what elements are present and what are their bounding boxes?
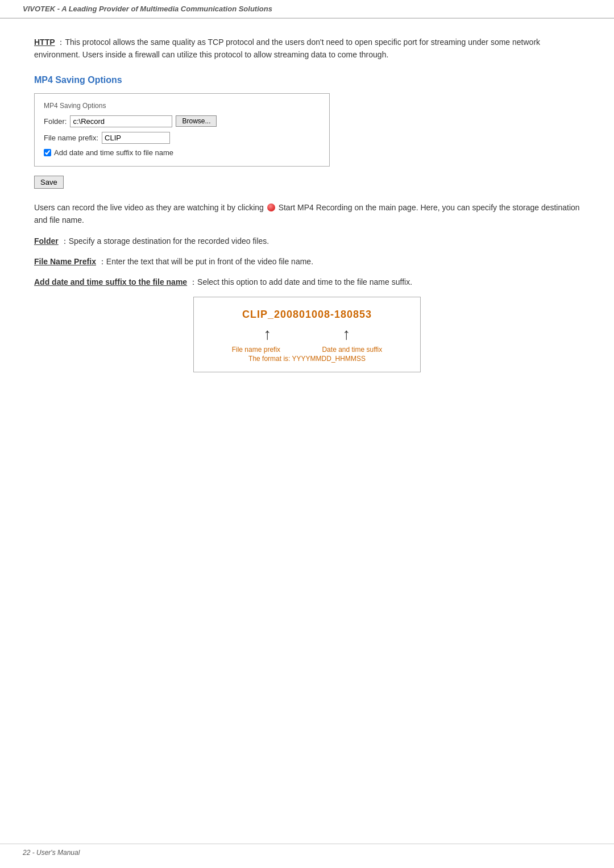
prefix-arrow-icon: ↑	[264, 326, 272, 342]
folder-label: Folder:	[44, 117, 67, 126]
prefix-row: File name prefix:	[44, 132, 320, 144]
arrows-row: ↑ ↑	[211, 326, 403, 342]
checkbox-row: Add date and time suffix to file name	[44, 148, 320, 157]
datetime-term: Add date and time suffix to the file nam…	[34, 277, 187, 286]
diagram-suffix-label: Date and time suffix	[322, 346, 382, 354]
desc-folder-para: Folder ：Specify a storage destination fo…	[34, 235, 580, 247]
folder-row: Folder: Browse...	[44, 115, 320, 127]
footer-divider	[0, 844, 614, 844]
http-text: This protocol allows the same quality as…	[34, 38, 540, 59]
folder-desc: Specify a storage destination for the re…	[69, 236, 269, 246]
datetime-checkbox[interactable]	[44, 149, 51, 156]
prefix-label: File name prefix:	[44, 134, 98, 142]
mp4-section-heading: MP4 Saving Options	[34, 75, 580, 85]
options-box-title: MP4 Saving Options	[44, 102, 320, 110]
diagram-prefix-label: File name prefix	[232, 346, 280, 354]
http-label: HTTP	[34, 38, 55, 47]
footer-text: 22 - User's Manual	[23, 849, 80, 857]
desc-datetime-para: Add date and time suffix to the file nam…	[34, 276, 580, 288]
diagram-format-label: The format is: YYYYMMDD_HHMMSS	[211, 355, 403, 363]
main-content: HTTP ：This protocol allows the same qual…	[0, 19, 614, 412]
record-icon	[267, 203, 275, 211]
prefix-colon: ：	[96, 257, 106, 266]
prefix-term: File Name Prefix	[34, 257, 96, 266]
prefix-input[interactable]	[102, 132, 170, 144]
diagram-box: CLIP_200801008-180853 ↑ ↑ File name pref…	[193, 297, 421, 372]
mp4-options-box: MP4 Saving Options Folder: Browse... Fil…	[34, 93, 330, 167]
filename-display: CLIP_200801008-180853	[211, 309, 403, 321]
desc-prefix-para: File Name Prefix ：Enter the text that wi…	[34, 255, 580, 268]
page-header: VIVOTEK - A Leading Provider of Multimed…	[0, 0, 614, 19]
desc-para-1: Users can record the live video as they …	[34, 201, 580, 227]
desc1-text-before: Users can record the live video as they …	[34, 203, 264, 212]
prefix-desc: Enter the text that will be put in front…	[106, 257, 313, 266]
footer: 22 - User's Manual	[23, 849, 80, 857]
suffix-arrow-icon: ↑	[343, 326, 351, 342]
datetime-desc: Select this option to add date and time …	[197, 277, 412, 286]
folder-term: Folder	[34, 236, 59, 246]
http-paragraph: HTTP ：This protocol allows the same qual…	[34, 36, 580, 61]
http-colon: ：	[55, 38, 65, 47]
save-button[interactable]: Save	[34, 176, 64, 189]
diagram-labels-row: File name prefix Date and time suffix	[211, 346, 403, 354]
folder-input[interactable]	[70, 115, 172, 127]
datetime-colon: ：	[187, 277, 197, 286]
header-title: VIVOTEK - A Leading Provider of Multimed…	[23, 5, 272, 13]
browse-button[interactable]: Browse...	[176, 115, 217, 127]
checkbox-label: Add date and time suffix to file name	[54, 148, 173, 157]
folder-colon: ：	[59, 236, 69, 246]
